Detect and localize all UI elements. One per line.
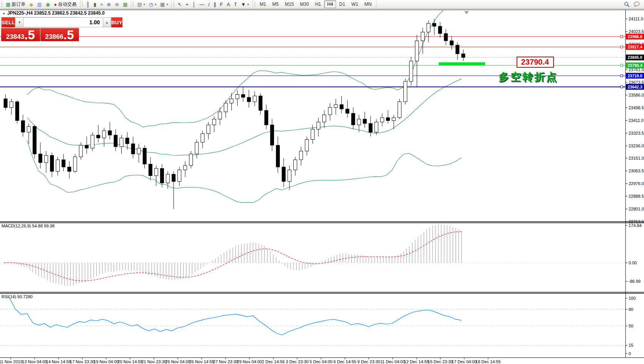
- zoom-out-button[interactable]: ⊖: [113, 1, 121, 8]
- bear-candle: [143, 148, 146, 164]
- cursor-button[interactable]: ↖: [176, 1, 184, 8]
- x-tick-label: 17 Nov 23:30: [70, 359, 95, 364]
- market-watch-button[interactable]: ◆: [27, 1, 35, 8]
- vertical-line-button[interactable]: │: [191, 1, 197, 8]
- collapse-triangle-icon[interactable]: ▲: [2, 12, 5, 15]
- zoom-in-icon: ⊕: [107, 2, 111, 7]
- text-button[interactable]: A: [225, 1, 232, 8]
- x-tick-label: 11 Dec 04:00: [380, 359, 405, 364]
- bear-candle: [125, 138, 129, 144]
- text-label-button[interactable]: T: [232, 1, 239, 8]
- chart-canvas[interactable]: MACD(12,26,9) 54.88 99.38RSI(14) 50.7280…: [0, 9, 644, 364]
- bull-candle: [120, 138, 123, 147]
- x-tick-label: 20 Nov 14:55: [117, 359, 142, 364]
- level-anchor-23719.0[interactable]: [621, 75, 623, 77]
- level-anchor-23642.3[interactable]: [621, 86, 623, 88]
- tile-windows-button[interactable]: ▦: [121, 1, 129, 8]
- sell-button[interactable]: SELL: [2, 17, 15, 27]
- volume-decrease-button[interactable]: ▼: [15, 17, 23, 27]
- x-tick-label: 14 Nov 14:55: [46, 359, 71, 364]
- level-anchor-23917.4[interactable]: [621, 46, 623, 48]
- bull-candle: [10, 102, 13, 107]
- bull-candle: [74, 157, 77, 172]
- green-highlight-bar[interactable]: [439, 62, 485, 65]
- horizontal-line-icon: —: [199, 2, 204, 7]
- y-tick-label: 23323.5: [629, 131, 644, 135]
- x-tick-label: 19 Nov 04:00: [94, 359, 119, 364]
- timeframe-h4[interactable]: H4: [324, 0, 336, 8]
- sell-price[interactable]: 23843 .5: [1, 28, 40, 41]
- main-pane[interactable]: [0, 9, 626, 209]
- bull-candle: [403, 82, 407, 102]
- zoom-out-icon: ⊖: [115, 2, 119, 7]
- trendline-button[interactable]: /: [206, 1, 212, 8]
- bull-candle: [305, 139, 309, 151]
- bear-candle: [97, 135, 100, 138]
- timeframe-mn[interactable]: MN: [361, 0, 375, 8]
- periods-button[interactable]: ◷▾: [147, 1, 158, 8]
- candlestick-chart-button[interactable]: ▮: [92, 1, 98, 8]
- bull-candle: [294, 160, 297, 170]
- crosshair-button[interactable]: +: [184, 1, 191, 8]
- candlestick-chart-icon: ▮: [94, 2, 96, 7]
- bear-candle: [433, 23, 436, 27]
- equidistant-channel-button[interactable]: ∥: [212, 1, 218, 8]
- signals-button[interactable]: ◉: [44, 1, 52, 8]
- line-chart-button[interactable]: ≈: [98, 1, 105, 8]
- turning-point-text[interactable]: 多空转折点: [498, 71, 558, 83]
- templates-button[interactable]: ▦▾: [158, 1, 170, 8]
- level-anchor-23988.8[interactable]: [621, 35, 623, 38]
- horizontal-line-button[interactable]: —: [197, 1, 206, 8]
- fibonacci-icon: F: [220, 2, 223, 7]
- timeframe-m30[interactable]: M30: [297, 0, 312, 8]
- fibonacci-button[interactable]: F: [218, 1, 225, 8]
- indicators-button-dropdown-icon[interactable]: ▾: [144, 3, 145, 6]
- chart-shift-marker[interactable]: [464, 11, 469, 14]
- templates-button-dropdown-icon[interactable]: ▾: [166, 3, 168, 6]
- data-window-button[interactable]: ▥: [35, 1, 43, 8]
- bull-candle: [380, 118, 384, 122]
- bar-chart-button[interactable]: ║: [84, 1, 92, 8]
- bear-candle: [68, 167, 71, 171]
- chart-window[interactable]: MACD(12,26,9) 54.88 99.38RSI(14) 50.7280…: [0, 9, 644, 364]
- periods-icon: ◷: [149, 2, 153, 7]
- arrows-button-dropdown-icon[interactable]: ▾: [248, 3, 249, 6]
- timeframe-h1[interactable]: H1: [312, 0, 324, 8]
- buy-price[interactable]: 23866 .5: [40, 28, 79, 41]
- timeframe-w1[interactable]: W1: [348, 0, 361, 8]
- timeframe-d1[interactable]: D1: [336, 0, 348, 8]
- volume-input[interactable]: [23, 17, 103, 27]
- y-tick-label: 23498.5: [629, 105, 644, 110]
- bear-candle: [264, 110, 268, 125]
- arrows-button[interactable]: ▼▾: [239, 1, 251, 8]
- buy-button[interactable]: BUY: [111, 17, 122, 27]
- macd-pane[interactable]: [0, 224, 626, 286]
- indicators-button[interactable]: ▤▾: [135, 1, 147, 8]
- x-tick-label: 27 Nov 23:30: [213, 359, 238, 364]
- periods-button-dropdown-icon[interactable]: ▾: [155, 3, 156, 6]
- rsi-line: [10, 298, 462, 335]
- auto-trading-button[interactable]: ●自动交易: [52, 0, 79, 8]
- rsi-pane[interactable]: [0, 298, 626, 345]
- rsi-tick-label: 100: [629, 296, 636, 301]
- new-order-icon: ▦: [6, 2, 10, 7]
- bear-candle: [33, 126, 36, 154]
- new-order-button[interactable]: ▦新订单: [4, 0, 27, 8]
- bear-candle: [363, 119, 366, 124]
- text-label-icon: T: [234, 2, 237, 7]
- timeframe-m15[interactable]: M15: [282, 0, 297, 8]
- bear-candle: [462, 54, 465, 57]
- bull-candle: [311, 129, 314, 139]
- search-icon[interactable]: [624, 2, 630, 7]
- x-tick-label: 21 Nov 23:30: [141, 359, 166, 364]
- bear-candle: [160, 169, 164, 183]
- level-anchor-23790.4[interactable]: [621, 64, 623, 67]
- x-tick-label: 2 Dec 14:55: [262, 359, 284, 364]
- bull-candle: [137, 148, 141, 154]
- chat-icon[interactable]: [634, 2, 640, 7]
- zoom-in-button[interactable]: ⊕: [105, 1, 113, 8]
- trendline-icon: /: [208, 2, 210, 7]
- timeframe-m1[interactable]: M1: [257, 0, 269, 8]
- volume-increase-button[interactable]: ▲: [103, 17, 111, 27]
- timeframe-m5[interactable]: M5: [269, 0, 282, 8]
